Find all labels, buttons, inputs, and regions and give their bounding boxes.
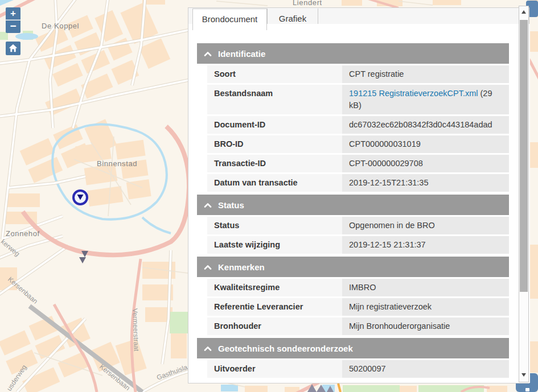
panel-scrollbar[interactable] xyxy=(519,6,529,382)
section-title: Kenmerken xyxy=(218,262,265,272)
field-label: Kwaliteitsregime xyxy=(207,279,342,296)
scroll-up-icon[interactable] xyxy=(521,10,526,14)
map-label: Liendert xyxy=(293,0,322,7)
section-kenmerken: Kenmerken Kwaliteitsregime IMBRO Referen… xyxy=(197,257,509,335)
field-value: IMBRO xyxy=(342,279,509,296)
chevron-up-icon xyxy=(204,203,212,208)
table-row: Kwaliteitsregime IMBRO xyxy=(207,279,509,296)
field-value: CPT-000000029708 xyxy=(342,155,509,172)
zoom-in-button[interactable]: + xyxy=(6,7,20,20)
section-title: Status xyxy=(218,200,244,210)
section-header[interactable]: Identificatie xyxy=(197,43,509,64)
map-label: Binnenstad xyxy=(97,159,137,168)
map-label: Zonnehof xyxy=(6,229,40,238)
field-label: Referentie Leverancier xyxy=(207,298,342,316)
section-header[interactable]: Kenmerken xyxy=(197,257,509,277)
table-row: Soort CPT registratie xyxy=(207,65,509,83)
chevron-up-icon xyxy=(204,51,212,56)
field-value: 2019-12-15 21:31:37 xyxy=(342,236,509,254)
field-label: Laatste wijziging xyxy=(207,236,342,254)
field-label: Status xyxy=(207,217,342,234)
tab-grafiek[interactable]: Grafiek xyxy=(267,9,318,24)
field-label: Bestandsnaam xyxy=(207,85,342,114)
field-label: BRO-ID xyxy=(207,135,342,153)
field-value: Opgenomen in de BRO xyxy=(342,217,509,234)
home-icon xyxy=(9,44,18,54)
section-geotechnisch-sondeeronderzoek: Geotechnisch sondeeronderzoek Uitvoerder… xyxy=(197,338,509,378)
field-value: 2019-12-15T21:31:35 xyxy=(342,174,509,192)
field-label: Datum van transactie xyxy=(207,174,342,192)
screen: De Koppel Liendert Binnenstad Zonnehof k… xyxy=(0,0,538,392)
section-identificatie: Identificatie Soort CPT registratie Best… xyxy=(197,43,509,192)
section-header[interactable]: Geotechnisch sondeeronderzoek xyxy=(197,338,509,358)
home-button[interactable] xyxy=(6,42,20,55)
field-label: Document-ID xyxy=(207,116,342,134)
field-value: Mijn Bronhouderorganisatie xyxy=(342,317,509,335)
field-label: Soort xyxy=(207,65,342,83)
chevron-up-icon xyxy=(204,265,212,270)
field-value: CPT000000031019 xyxy=(342,135,509,153)
table-row: Bronhouder Mijn Bronhouderorganisatie xyxy=(207,317,509,335)
map-label: Vermeerstraat xyxy=(131,308,141,352)
table-row: Laatste wijziging 2019-12-15 21:31:37 xyxy=(207,236,509,254)
scrollbar-thumb[interactable] xyxy=(520,20,528,292)
table-row: BRO-ID CPT000000031019 xyxy=(207,135,509,153)
table-row: Uitvoerder 50200097 xyxy=(207,360,509,378)
panel-content: Identificatie Soort CPT registratie Best… xyxy=(188,24,530,383)
field-label: Transactie-ID xyxy=(207,155,342,172)
table-row: Status Opgenomen in de BRO xyxy=(207,217,509,234)
detail-panel: Brondocument Grafiek Identificatie Soort… xyxy=(188,7,529,383)
table-row: Datum van transactie 2019-12-15T21:31:35 xyxy=(207,174,509,192)
chevron-up-icon xyxy=(204,346,212,351)
map-label: De Koppel xyxy=(42,22,79,30)
tab-brondocument[interactable]: Brondocument xyxy=(192,9,267,30)
overview-map-icon xyxy=(525,388,529,391)
field-value: dc67032ec62b08342f3d0c443184adad xyxy=(342,116,509,134)
file-download-link[interactable]: 191215 RegistratieverzoekCPT.xml xyxy=(349,89,478,98)
table-row: Document-ID dc67032ec62b08342f3d0c443184… xyxy=(207,116,509,134)
field-label: Bronhouder xyxy=(207,317,342,335)
table-row: Transactie-ID CPT-000000029708 xyxy=(207,155,509,172)
table-row: Referentie Leverancier Mijn registratiev… xyxy=(207,298,509,316)
section-title: Geotechnisch sondeeronderzoek xyxy=(218,344,353,353)
field-value: Mijn registratieverzoek xyxy=(342,298,509,316)
table-row: Bestandsnaam 191215 RegistratieverzoekCP… xyxy=(207,85,509,114)
field-label: Uitvoerder xyxy=(207,360,342,378)
tab-bar: Brondocument Grafiek xyxy=(188,8,529,24)
section-header[interactable]: Status xyxy=(197,195,509,215)
zoom-out-button[interactable]: − xyxy=(6,20,20,33)
field-value: CPT registratie xyxy=(342,65,509,83)
field-value: 50200097 xyxy=(342,360,509,378)
field-value: 191215 RegistratieverzoekCPT.xml (29 kB) xyxy=(342,85,509,114)
section-title: Identificatie xyxy=(218,49,265,59)
scroll-down-icon[interactable] xyxy=(521,373,526,377)
map-marker[interactable] xyxy=(73,191,87,204)
section-status: Status Status Opgenomen in de BRO Laatst… xyxy=(197,195,509,254)
